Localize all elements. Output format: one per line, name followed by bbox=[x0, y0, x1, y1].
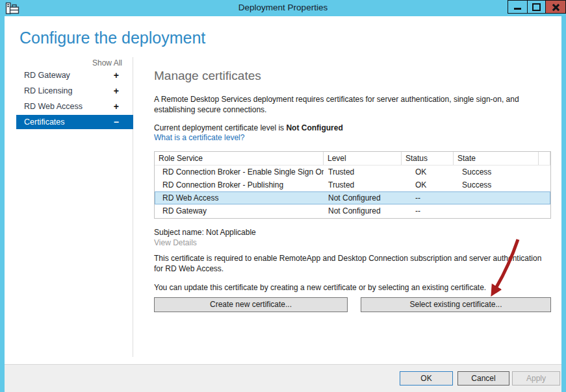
cell-state: Success bbox=[454, 165, 539, 178]
subject-name-text: Subject name: Not Applicable bbox=[154, 228, 256, 237]
certificate-description: This certificate is required to enable R… bbox=[154, 254, 552, 274]
minimize-button[interactable] bbox=[508, 0, 528, 14]
cell-role-service: RD Gateway bbox=[155, 204, 324, 217]
cell-level: Trusted bbox=[324, 165, 402, 178]
view-details-link[interactable]: View Details bbox=[154, 238, 197, 247]
column-header-state[interactable]: State bbox=[454, 152, 539, 165]
deployment-properties-window: Deployment Properties Configure the depl… bbox=[0, 0, 566, 392]
sidebar-item-label: Certificates bbox=[24, 117, 114, 127]
close-icon bbox=[552, 3, 560, 11]
column-header-blank bbox=[539, 152, 550, 165]
expand-icon[interactable]: + bbox=[114, 101, 119, 112]
certificates-table: Role Service Level Status State RD Conne… bbox=[154, 151, 551, 219]
minimize-icon bbox=[514, 8, 521, 10]
sidebar-item-rd-gateway[interactable]: RD Gateway + bbox=[16, 67, 133, 83]
column-header-role-service[interactable]: Role Service bbox=[155, 152, 324, 165]
section-heading: Manage certificates bbox=[154, 69, 261, 83]
cell-level: Trusted bbox=[324, 178, 402, 191]
window-title: Deployment Properties bbox=[0, 0, 566, 16]
update-hint: You can update this certificate by creat… bbox=[154, 283, 552, 293]
sidebar-item-certificates[interactable]: Certificates − bbox=[16, 115, 133, 129]
certificate-level-prefix: Current deployment certificate level is bbox=[154, 123, 286, 132]
cell-role-service: RD Web Access bbox=[155, 191, 324, 204]
sidebar-item-rd-licensing[interactable]: RD Licensing + bbox=[16, 83, 133, 99]
table-row[interactable]: RD Connection Broker - Enable Single Sig… bbox=[155, 165, 550, 178]
cancel-button[interactable]: Cancel bbox=[457, 371, 509, 386]
expand-icon[interactable]: + bbox=[114, 70, 119, 80]
certificate-level-value: Not Configured bbox=[286, 123, 342, 132]
sidebar-item-rd-web-access[interactable]: RD Web Access + bbox=[16, 99, 133, 114]
sidebar-item-label: RD Gateway bbox=[24, 71, 114, 80]
intro-text: A Remote Desktop Services deployment req… bbox=[154, 95, 548, 115]
table-header: Role Service Level Status State bbox=[155, 152, 550, 165]
sidebar-nav: RD Gateway + RD Licensing + RD Web Acces… bbox=[16, 67, 133, 129]
sidebar-item-label: RD Web Access bbox=[24, 102, 114, 111]
cell-status: OK bbox=[402, 165, 454, 178]
ok-button[interactable]: OK bbox=[400, 371, 453, 386]
cell-level: Not Configured bbox=[324, 204, 402, 217]
certificate-level-link[interactable]: What is a certificate level? bbox=[154, 133, 244, 142]
show-all-toggle[interactable]: Show All bbox=[19, 58, 122, 67]
cell-role-service: RD Connection Broker - Enable Single Sig… bbox=[155, 165, 324, 178]
cell-status: -- bbox=[402, 191, 454, 204]
sidebar-item-label: RD Licensing bbox=[24, 86, 114, 95]
cell-role-service: RD Connection Broker - Publishing bbox=[155, 178, 324, 191]
dialog-footer: OK Cancel Apply bbox=[5, 364, 561, 392]
cell-state: Success bbox=[454, 178, 539, 191]
table-row[interactable]: RD Connection Broker - Publishing Truste… bbox=[155, 178, 550, 191]
cell-state bbox=[454, 204, 539, 217]
page-title: Configure the deployment bbox=[19, 29, 205, 47]
apply-button[interactable]: Apply bbox=[512, 371, 560, 386]
collapse-icon[interactable]: − bbox=[114, 117, 119, 127]
table-row[interactable]: RD Gateway Not Configured -- bbox=[155, 204, 550, 217]
select-existing-certificate-button[interactable]: Select existing certificate... bbox=[361, 297, 551, 312]
maximize-icon bbox=[532, 3, 541, 11]
cell-status: -- bbox=[402, 204, 454, 217]
create-new-certificate-button[interactable]: Create new certificate... bbox=[154, 297, 348, 312]
certificate-level-status: Current deployment certificate level is … bbox=[154, 123, 343, 132]
cell-status: OK bbox=[402, 178, 454, 191]
close-button[interactable] bbox=[545, 0, 566, 14]
cell-state bbox=[454, 191, 539, 204]
expand-icon[interactable]: + bbox=[114, 86, 119, 96]
column-header-level[interactable]: Level bbox=[324, 152, 402, 165]
table-row-selected[interactable]: RD Web Access Not Configured -- bbox=[155, 191, 550, 204]
title-bar[interactable]: Deployment Properties bbox=[0, 0, 566, 16]
maximize-button[interactable] bbox=[527, 0, 546, 14]
column-header-status[interactable]: Status bbox=[402, 152, 454, 165]
cell-level: Not Configured bbox=[324, 191, 402, 204]
